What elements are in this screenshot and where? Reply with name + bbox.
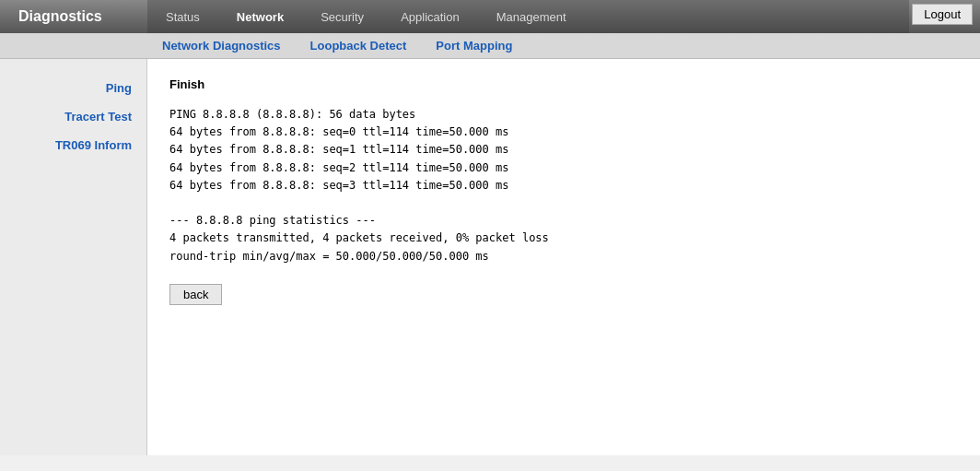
sub-nav-port-mapping[interactable]: Port Mapping (421, 39, 527, 53)
status-label: Finish (169, 77, 958, 91)
content-area: Finish PING 8.8.8.8 (8.8.8.8): 56 data b… (147, 59, 980, 455)
nav-item-management[interactable]: Management (478, 0, 585, 33)
sub-nav-network-diagnostics[interactable]: Network Diagnostics (147, 39, 296, 53)
nav-item-application[interactable]: Application (382, 0, 478, 33)
main-nav: Status Network Security Application Mana… (147, 0, 909, 33)
sub-nav-loopback-detect[interactable]: Loopback Detect (296, 39, 422, 53)
sub-nav-bar: Network Diagnostics Loopback Detect Port… (0, 33, 980, 59)
top-nav-bar: Diagnostics Status Network Security Appl… (0, 0, 980, 33)
nav-item-security[interactable]: Security (302, 0, 382, 33)
nav-item-status[interactable]: Status (147, 0, 218, 33)
sidebar-item-tracert-test[interactable]: Tracert Test (0, 102, 146, 131)
sidebar-item-ping[interactable]: Ping (0, 74, 146, 102)
ping-output: PING 8.8.8.8 (8.8.8.8): 56 data bytes 64… (169, 106, 958, 265)
app-title: Diagnostics (0, 0, 147, 33)
nav-item-network[interactable]: Network (218, 0, 302, 33)
logout-button[interactable]: Logout (912, 4, 973, 25)
back-button[interactable]: back (169, 284, 222, 305)
sidebar-item-tr069-inform[interactable]: TR069 Inform (0, 131, 146, 159)
main-layout: Ping Tracert Test TR069 Inform Finish PI… (0, 59, 980, 455)
sidebar: Ping Tracert Test TR069 Inform (0, 59, 147, 455)
